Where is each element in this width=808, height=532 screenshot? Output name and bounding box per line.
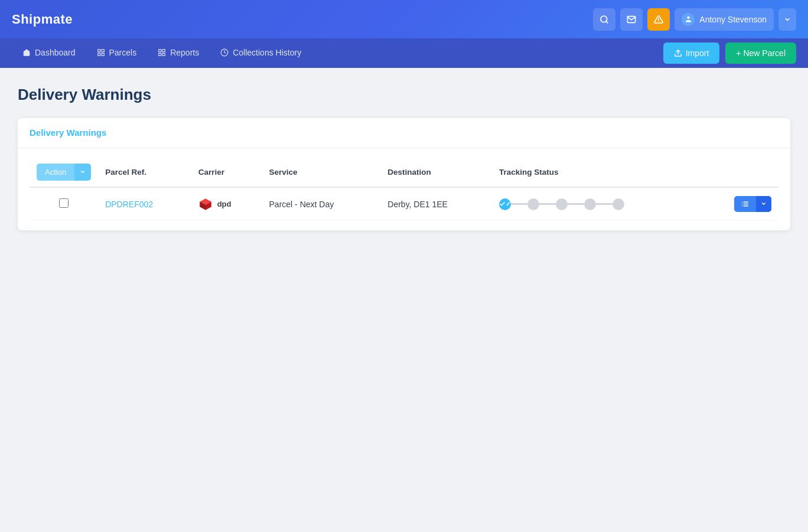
nav-dashboard-label: Dashboard: [35, 48, 76, 57]
nav-collections-history[interactable]: Collections History: [210, 38, 312, 68]
row-action-button[interactable]: [734, 196, 756, 212]
row-action-caret-button[interactable]: [756, 196, 771, 212]
col-actions: [701, 158, 778, 187]
col-parcel-ref: Parcel Ref.: [98, 158, 191, 187]
user-name: Antony Stevenson: [699, 15, 767, 24]
action-caret-button[interactable]: [74, 164, 91, 181]
parcel-ref-link[interactable]: DPDREF002: [105, 200, 153, 209]
tracking-line-1: [511, 203, 527, 205]
tracking-status-cell: [492, 187, 701, 221]
svg-rect-9: [159, 49, 161, 51]
svg-rect-12: [162, 53, 165, 56]
svg-line-1: [606, 21, 608, 23]
nav-dashboard[interactable]: Dashboard: [12, 38, 86, 68]
brand-title: Shipmate: [12, 12, 73, 27]
action-btn-group: Action: [37, 164, 91, 181]
secondary-navbar: Dashboard Parcels Reports Collections Hi…: [0, 38, 808, 68]
parcel-ref-cell: DPDREF002: [98, 187, 191, 221]
import-button[interactable]: Import: [663, 43, 720, 64]
user-dropdown-caret[interactable]: [778, 8, 796, 31]
action-label: Action: [45, 168, 66, 177]
col-checkbox: Action: [30, 158, 98, 187]
tracking-line-3: [568, 203, 584, 205]
alert-button[interactable]: [647, 8, 670, 31]
row-action-group: [734, 196, 771, 212]
tracking-dot-4: [584, 198, 596, 210]
user-avatar: [682, 13, 695, 26]
nav-reports-label: Reports: [170, 48, 199, 57]
col-service: Service: [262, 158, 381, 187]
inbox-button[interactable]: [620, 8, 643, 31]
tracking-dot-5: [612, 198, 624, 210]
main-content: Delivery Warnings Delivery Warnings Acti…: [0, 68, 808, 248]
svg-rect-10: [162, 49, 165, 51]
svg-rect-7: [97, 53, 100, 56]
tracking-status: [499, 198, 694, 210]
new-parcel-button[interactable]: + New Parcel: [725, 43, 796, 64]
card-header: Delivery Warnings: [18, 118, 790, 148]
carrier-name: dpd: [217, 200, 232, 208]
col-tracking-status: Tracking Status: [492, 158, 701, 187]
table-body: DPDREF002 dpd: [30, 187, 778, 221]
nav-reports[interactable]: Reports: [147, 38, 210, 68]
row-checkbox-cell: [30, 187, 98, 221]
table-wrapper: Action Parcel Ref. Carrier: [18, 148, 790, 230]
row-action-cell: [701, 187, 778, 221]
nav-parcels[interactable]: Parcels: [86, 38, 148, 68]
table-header: Action Parcel Ref. Carrier: [30, 158, 778, 187]
col-carrier: Carrier: [191, 158, 262, 187]
user-menu-button[interactable]: Antony Stevenson: [675, 8, 774, 31]
new-parcel-button-label: + New Parcel: [736, 48, 786, 58]
search-button[interactable]: [593, 8, 615, 31]
svg-rect-5: [97, 49, 100, 51]
delivery-warnings-table: Action Parcel Ref. Carrier: [30, 158, 778, 221]
import-button-label: Import: [686, 48, 709, 58]
service-cell: Parcel - Next Day: [262, 187, 381, 221]
nav-collections-history-label: Collections History: [233, 48, 301, 57]
carrier-cell: dpd: [191, 187, 262, 221]
top-navbar: Shipmate Antony Stevenson: [0, 0, 808, 38]
svg-rect-8: [102, 53, 104, 56]
tracking-dot-2: [527, 198, 539, 210]
destination-cell: Derby, DE1 1EE: [380, 187, 492, 221]
card-header-title: Delivery Warnings: [30, 128, 106, 138]
svg-rect-11: [159, 53, 161, 56]
tracking-line-2: [539, 203, 556, 205]
nav-parcels-label: Parcels: [109, 48, 137, 57]
col-destination: Destination: [380, 158, 492, 187]
nav-items: Dashboard Parcels Reports Collections Hi…: [12, 38, 312, 68]
svg-rect-6: [102, 49, 104, 51]
nav-right-buttons: Import + New Parcel: [663, 43, 796, 64]
top-nav-right: Antony Stevenson: [593, 8, 796, 31]
page-title: Delivery Warnings: [18, 86, 790, 104]
tracking-line-4: [596, 203, 612, 205]
table-row: DPDREF002 dpd: [30, 187, 778, 221]
action-dropdown-button[interactable]: Action: [37, 164, 74, 181]
row-select-checkbox[interactable]: [59, 198, 69, 208]
svg-point-4: [687, 17, 689, 19]
tracking-dot-1: [499, 198, 511, 210]
tracking-dot-3: [556, 198, 568, 210]
dpd-logo-icon: [198, 197, 213, 211]
delivery-warnings-card: Delivery Warnings Action: [18, 118, 790, 230]
